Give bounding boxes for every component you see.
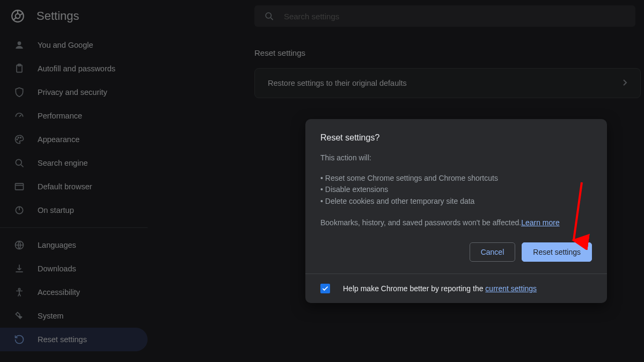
sidebar-item-label: Languages (38, 241, 76, 249)
learn-more-link[interactable]: Learn more (521, 218, 560, 227)
dialog-bullet: Reset some Chrome settings and Chrome sh… (320, 173, 592, 184)
sidebar-divider (0, 227, 148, 228)
dialog-intro: This action will: (320, 152, 592, 164)
speedometer-icon (14, 110, 25, 121)
download-icon (14, 263, 25, 274)
person-icon (14, 40, 25, 50)
sidebar: You and Google Autofill and passwords Pr… (0, 33, 148, 351)
dialog-body: This action will: Reset some Chrome sett… (320, 152, 592, 228)
page-title: Settings (36, 9, 79, 23)
reset-settings-dialog: Reset settings? This action will: Reset … (305, 119, 607, 303)
globe-icon (14, 240, 25, 250)
search-input[interactable] (284, 12, 626, 21)
sidebar-item-label: Reset settings (38, 335, 87, 344)
search-icon (14, 158, 25, 168)
restore-icon (14, 334, 25, 345)
dialog-bullet-list: Reset some Chrome settings and Chrome sh… (320, 173, 592, 208)
browser-icon (14, 181, 25, 192)
clipboard-icon (14, 63, 25, 74)
svg-line-3 (271, 18, 273, 20)
dialog-bullet: Delete cookies and other temporary site … (320, 196, 592, 208)
accessibility-icon (14, 287, 25, 298)
reset-settings-button[interactable]: Reset settings (522, 242, 592, 262)
dialog-actions: Cancel Reset settings (320, 242, 592, 262)
sidebar-item-accessibility[interactable]: Accessibility (0, 280, 148, 304)
sidebar-item-languages[interactable]: Languages (0, 233, 148, 257)
sidebar-item-performance[interactable]: Performance (0, 104, 148, 128)
chevron-right-icon (623, 79, 627, 87)
restore-defaults-row[interactable]: Restore settings to their original defau… (254, 68, 641, 98)
header: Settings (0, 0, 644, 32)
sidebar-item-system[interactable]: System (0, 304, 148, 328)
sidebar-item-label: Downloads (38, 264, 76, 273)
palette-icon (14, 134, 25, 145)
svg-point-11 (16, 159, 21, 165)
search-settings-field[interactable] (254, 5, 635, 27)
sidebar-item-search-engine[interactable]: Search engine (0, 151, 148, 175)
sidebar-item-label: Search engine (38, 159, 88, 167)
svg-point-10 (20, 137, 21, 138)
svg-point-9 (18, 137, 19, 138)
sidebar-item-downloads[interactable]: Downloads (0, 257, 148, 280)
chrome-logo-icon (11, 9, 25, 23)
sidebar-item-label: Performance (38, 112, 82, 120)
sidebar-item-reset-settings[interactable]: Reset settings (0, 328, 148, 351)
svg-line-7 (19, 115, 21, 116)
sidebar-item-label: You and Google (38, 41, 93, 49)
svg-point-18 (18, 289, 20, 290)
search-icon (264, 11, 274, 21)
current-settings-link[interactable]: current settings (485, 284, 537, 293)
svg-point-2 (266, 13, 271, 18)
section-title: Reset settings (254, 48, 641, 57)
wrench-icon (14, 311, 25, 321)
sidebar-item-label: Autofill and passwords (38, 64, 115, 73)
sidebar-item-label: On startup (38, 206, 74, 215)
dialog-bullet: Disable extensions (320, 184, 592, 196)
sidebar-item-appearance[interactable]: Appearance (0, 128, 148, 151)
svg-point-8 (17, 139, 18, 140)
content-area: Reset settings Restore settings to their… (254, 48, 641, 98)
sidebar-item-label: Appearance (38, 135, 79, 144)
row-label: Restore settings to their original defau… (268, 79, 407, 87)
cancel-button[interactable]: Cancel (470, 242, 516, 262)
dialog-report-row: Help make Chrome better by reporting the… (305, 274, 607, 303)
sidebar-item-label: Accessibility (38, 288, 80, 297)
sidebar-item-on-startup[interactable]: On startup (0, 198, 148, 222)
sidebar-item-default-browser[interactable]: Default browser (0, 175, 148, 198)
svg-point-4 (18, 41, 21, 45)
sidebar-item-autofill[interactable]: Autofill and passwords (0, 57, 148, 80)
report-text: Help make Chrome better by reporting the… (343, 284, 537, 293)
dialog-footer-text: Bookmarks, history, and saved passwords … (320, 217, 592, 229)
sidebar-item-label: System (38, 312, 63, 320)
report-checkbox[interactable] (320, 284, 330, 293)
shield-icon (14, 87, 25, 98)
sidebar-item-you-and-google[interactable]: You and Google (0, 33, 148, 57)
power-icon (14, 205, 25, 216)
sidebar-item-privacy[interactable]: Privacy and security (0, 80, 148, 104)
svg-line-12 (21, 165, 23, 167)
dialog-title: Reset settings? (320, 133, 592, 143)
svg-rect-13 (16, 183, 24, 190)
sidebar-item-label: Privacy and security (38, 88, 107, 97)
sidebar-item-label: Default browser (38, 182, 92, 191)
